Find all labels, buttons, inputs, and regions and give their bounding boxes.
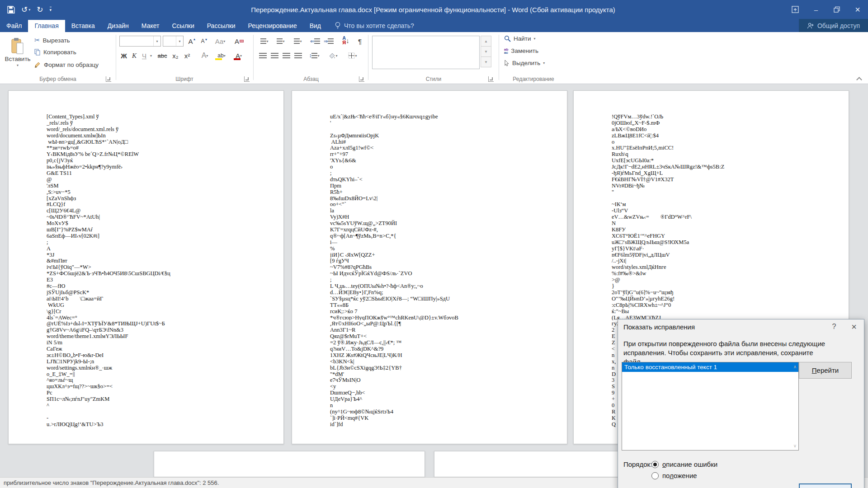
subscript-button[interactable]: x₂: [170, 50, 181, 61]
strikethrough-button[interactable]: abc: [156, 50, 169, 61]
ribbon-tab[interactable]: Вид: [303, 20, 327, 32]
text-line: i—: [330, 239, 558, 245]
text-line: ќ:"~Вы: [612, 308, 840, 314]
decrease-indent-button[interactable]: ⇐: [309, 36, 321, 47]
underline-button[interactable]: Ч: [140, 50, 148, 61]
ribbon-tab[interactable]: Ссылки: [165, 20, 200, 32]
multilevel-list-button[interactable]: ▾: [290, 36, 306, 47]
undo-icon[interactable]: ↺▾: [21, 5, 30, 14]
font-size-combobox[interactable]: ▾: [163, 36, 184, 47]
numbering-button[interactable]: ▾: [274, 36, 288, 47]
goto-button[interactable]: Перейти: [799, 362, 852, 379]
document-page-2[interactable]: uE/x`|&zЊ<Ћћ<е®іΓг«б}ну«§6Кшчхq±gyibe'Zs…: [292, 90, 567, 444]
italic-button[interactable]: К: [130, 50, 138, 61]
align-left-button[interactable]: [258, 50, 268, 61]
change-case-button[interactable]: Aa▾: [212, 36, 228, 47]
ribbon-tab[interactable]: Файл: [0, 20, 28, 32]
ribbon-display-options-icon[interactable]: [785, 0, 806, 19]
list-scroll-up-icon[interactable]: ∧: [793, 364, 797, 369]
list-scroll-down-icon[interactable]: ∨: [793, 443, 797, 448]
paragraph-dialog-launcher[interactable]: [359, 76, 364, 82]
font-name-dropdown-icon[interactable]: ▾: [153, 36, 160, 46]
share-button[interactable]: Общий доступ: [799, 19, 868, 32]
dialog-help-icon[interactable]: ?: [824, 319, 844, 334]
align-center-button[interactable]: [269, 50, 279, 61]
font-dialog-launcher[interactable]: [244, 76, 250, 82]
ribbon-tab[interactable]: Дизайн: [101, 20, 135, 32]
grow-font-button[interactable]: A▲: [186, 36, 198, 47]
styles-scroll-down-icon[interactable]: ▼: [481, 46, 491, 57]
ribbon-tab[interactable]: Главная: [28, 20, 65, 32]
order-label: Порядок:: [623, 460, 651, 468]
bullets-button[interactable]: ▾: [258, 36, 271, 47]
text-line: o: [612, 139, 840, 145]
increase-indent-button[interactable]: ⇒: [323, 36, 335, 47]
radio-error-description[interactable]: [651, 461, 659, 468]
show-marks-button[interactable]: ¶: [355, 36, 364, 47]
dialog-close-icon[interactable]: ×: [844, 319, 864, 334]
borders-button[interactable]: ▾: [344, 50, 361, 61]
restore-icon[interactable]: [826, 0, 847, 19]
undo-caret-icon[interactable]: ▾: [28, 8, 30, 12]
replace-button[interactable]: abac Заменить: [504, 47, 538, 54]
line-spacing-button[interactable]: ↕▾: [307, 50, 322, 61]
ribbon-tab[interactable]: Рассылки: [201, 20, 242, 32]
repairs-list-item[interactable]: Только восстановленный текст 1: [622, 362, 798, 372]
dialog-title: Показать исправления: [618, 323, 824, 331]
tell-me-box[interactable]: Что вы хотите сделать?: [327, 19, 419, 32]
font-name-combobox[interactable]: ▾: [119, 36, 161, 47]
radio-error-description-label[interactable]: описание ошибки: [662, 460, 717, 468]
find-button[interactable]: Найти ▾: [504, 35, 536, 42]
cut-button[interactable]: ✂ Вырезать: [34, 36, 70, 44]
document-page-1[interactable]: [Content_Types].xml ў_rels/.rels ўword/_…: [8, 90, 284, 444]
text-line: oo+<"`: [330, 201, 558, 207]
repairs-list[interactable]: Только восстановленный текст 1 ∧ ∨: [622, 362, 799, 450]
text-line: @: [47, 176, 274, 183]
styles-dialog-launcher[interactable]: [488, 76, 494, 82]
highlight-color-icon: [215, 58, 222, 60]
redo-icon[interactable]: ↻: [37, 5, 43, 14]
styles-more-icon[interactable]: ▼: [481, 56, 491, 67]
close-icon[interactable]: ×: [847, 0, 868, 19]
format-painter-button[interactable]: Формат по образцу: [34, 61, 99, 68]
paste-button[interactable]: Вставить ▾: [5, 36, 31, 77]
text-line: Y‹BKMiд8sУ% be´Q>Z.fr№Ц*©RElW: [47, 151, 274, 157]
customize-qat-icon[interactable]: ▾: [50, 7, 52, 12]
copy-button[interactable]: Копировать: [34, 49, 76, 56]
underline-caret[interactable]: ▾: [148, 50, 154, 61]
shrink-font-button[interactable]: A▼: [199, 36, 210, 47]
select-button[interactable]: Выделить ▾: [504, 60, 545, 66]
ribbon-tab[interactable]: Макет: [135, 20, 166, 32]
text-line: d…ЙЗ€|ЕВу•}Г,Fn%q;: [330, 289, 558, 296]
clear-formatting-button[interactable]: A: [232, 36, 246, 47]
text-line: yГ[$}VKt\aF·: [612, 245, 840, 252]
text-line: ;: [47, 239, 274, 245]
bold-button[interactable]: Ж: [119, 50, 128, 61]
shading-button[interactable]: ▾: [326, 50, 341, 61]
align-right-button[interactable]: [281, 50, 291, 61]
radio-position-label[interactable]: положение: [662, 472, 697, 479]
document-page-4-partial[interactable]: [154, 451, 425, 477]
ribbon-tab[interactable]: Рецензирование: [242, 20, 303, 32]
dialog-title-bar[interactable]: Показать исправления ? ×: [618, 319, 864, 334]
highlight-button[interactable]: ab▾: [213, 50, 230, 61]
paste-caret-icon[interactable]: ▾: [5, 63, 31, 67]
collapse-ribbon-icon[interactable]: [856, 77, 862, 81]
ribbon-tab[interactable]: Вставка: [65, 20, 101, 32]
text-effects-button[interactable]: A▾: [197, 50, 212, 61]
sort-button[interactable]: АЯ↓: [339, 35, 353, 46]
text-line: K8FУ: [612, 226, 840, 233]
dialog-default-button-partial[interactable]: [799, 483, 852, 488]
text-line: *ZS+ФС6шjё2&Ъ·зЧЋ•ћ4ОЧ5И8\5СшSBGЦDi/€§ц: [47, 270, 274, 277]
justify-button[interactable]: [293, 50, 303, 61]
save-icon[interactable]: [7, 6, 15, 14]
radio-position[interactable]: [651, 472, 659, 479]
clipboard-dialog-launcher[interactable]: [106, 76, 111, 82]
quick-access-toolbar: ↺▾ ↻ ▾: [0, 5, 81, 14]
styles-scroll-up-icon[interactable]: ▲: [481, 36, 491, 47]
superscript-button[interactable]: x²: [182, 50, 193, 61]
font-size-dropdown-icon[interactable]: ▾: [176, 36, 183, 46]
styles-gallery[interactable]: [372, 36, 480, 69]
minimize-icon[interactable]: –: [806, 0, 826, 19]
font-color-button[interactable]: A▾: [231, 50, 246, 61]
